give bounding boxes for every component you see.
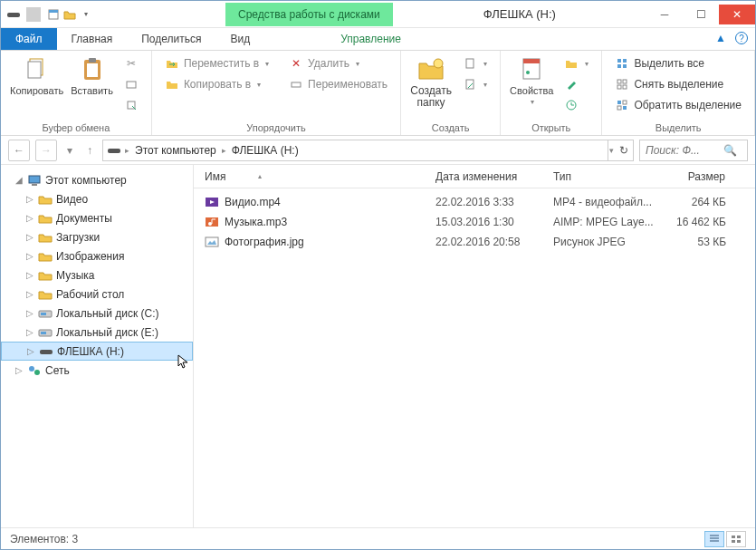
minimize-button[interactable]: ─ bbox=[646, 5, 683, 24]
qat-folder-icon[interactable] bbox=[62, 7, 77, 22]
new-item-icon[interactable]: ▾ bbox=[459, 54, 491, 72]
svg-rect-32 bbox=[32, 184, 37, 186]
item-count-label: Элементов: bbox=[10, 533, 69, 545]
tree-item[interactable]: ▷Документы bbox=[1, 208, 193, 227]
close-button[interactable]: ✕ bbox=[719, 5, 755, 24]
hdd-icon bbox=[38, 306, 53, 321]
folder-icon bbox=[38, 268, 53, 283]
file-name: Фотография.jpg bbox=[225, 236, 304, 248]
tree-item[interactable]: ▷Загрузки bbox=[1, 227, 193, 246]
copy-button[interactable]: Копировать bbox=[10, 54, 63, 96]
qat-properties-icon[interactable] bbox=[46, 7, 61, 22]
tree-item[interactable]: ▷Локальный диск (E:) bbox=[1, 323, 193, 342]
file-type: AIMP: MPEG Laye... bbox=[542, 216, 665, 228]
tree-this-pc[interactable]: ◢ Этот компьютер bbox=[1, 170, 193, 189]
column-name[interactable]: Имя▴ bbox=[194, 170, 425, 183]
column-type[interactable]: Тип bbox=[542, 170, 665, 183]
ribbon-tabs: Файл Главная Поделиться Вид Управление ▲… bbox=[1, 28, 755, 51]
address-dropdown[interactable]: ▾ bbox=[609, 146, 614, 155]
search-icon[interactable]: 🔍 bbox=[723, 144, 737, 157]
svg-rect-4 bbox=[28, 62, 41, 78]
file-row[interactable]: Видио.mp422.02.2016 3:33MP4 - видеофайл.… bbox=[194, 192, 755, 212]
network-icon bbox=[27, 363, 42, 378]
tree-item[interactable]: ▷ФЛЕШКА (H:) bbox=[1, 342, 193, 361]
context-tab-disk-tools[interactable]: Средства работы с дисками bbox=[225, 3, 393, 26]
file-row[interactable]: Фотография.jpg22.02.2016 20:58Рисунок JP… bbox=[194, 232, 755, 252]
svg-rect-45 bbox=[737, 536, 741, 538]
tree-item[interactable]: ▷Рабочий стол bbox=[1, 285, 193, 304]
tree-item-label: Локальный диск (E:) bbox=[56, 326, 158, 339]
view-details-button[interactable] bbox=[704, 531, 724, 547]
address-bar[interactable]: ▸ Этот компьютер ▸ ФЛЕШКА (H:) ▾↻ bbox=[102, 140, 634, 161]
tree-network[interactable]: ▷ Сеть bbox=[1, 361, 193, 380]
svg-rect-31 bbox=[29, 176, 40, 183]
easy-access-icon[interactable]: ▾ bbox=[459, 75, 491, 93]
select-all-button[interactable]: Выделить все bbox=[611, 54, 745, 72]
svg-rect-0 bbox=[7, 13, 20, 17]
tree-item[interactable]: ▷Музыка bbox=[1, 265, 193, 285]
ribbon-collapse-icon[interactable]: ▲ bbox=[715, 32, 726, 44]
recent-locations-button[interactable]: ▾ bbox=[62, 140, 77, 161]
svg-rect-25 bbox=[623, 85, 627, 89]
tab-manage[interactable]: Управление bbox=[326, 28, 416, 50]
tab-home[interactable]: Главная bbox=[57, 28, 128, 50]
ribbon-group-organize: Переместить в▾ Копировать в▾ ✕Удалить▾ П… bbox=[152, 51, 401, 135]
svg-point-16 bbox=[526, 71, 530, 74]
svg-rect-13 bbox=[466, 80, 474, 89]
properties-button[interactable]: Свойства▾ bbox=[510, 54, 553, 106]
navigation-tree[interactable]: ◢ Этот компьютер ▷Видео▷Документы▷Загруз… bbox=[1, 165, 194, 527]
history-icon[interactable] bbox=[560, 96, 592, 114]
breadcrumb-current[interactable]: ФЛЕШКА (H:) bbox=[230, 144, 301, 157]
svg-rect-24 bbox=[617, 85, 621, 89]
up-button[interactable]: ↑ bbox=[82, 140, 97, 161]
view-icons-button[interactable] bbox=[726, 531, 746, 547]
tree-item-label: Рабочий стол bbox=[56, 288, 124, 301]
qat-dropdown[interactable]: ▾ bbox=[79, 7, 93, 22]
file-row[interactable]: Музыка.mp315.03.2016 1:30AIMP: MPEG Laye… bbox=[194, 212, 755, 232]
folder-icon bbox=[38, 192, 53, 207]
tree-item[interactable]: ▷Локальный диск (C:) bbox=[1, 304, 193, 323]
delete-button[interactable]: ✕Удалить▾ bbox=[285, 54, 391, 72]
search-input[interactable] bbox=[646, 144, 718, 157]
column-size[interactable]: Размер bbox=[665, 170, 737, 183]
paste-button[interactable]: Вставить bbox=[71, 54, 113, 96]
svg-rect-44 bbox=[732, 536, 735, 538]
select-none-button[interactable]: Снять выделение bbox=[611, 75, 745, 93]
help-icon[interactable]: ? bbox=[735, 32, 748, 44]
refresh-button[interactable]: ↻ bbox=[619, 144, 628, 157]
copy-path-icon[interactable] bbox=[120, 75, 142, 93]
column-headers[interactable]: Имя▴ Дата изменения Тип Размер bbox=[194, 165, 755, 188]
column-date[interactable]: Дата изменения bbox=[425, 170, 542, 183]
open-icon[interactable]: ▾ bbox=[560, 54, 592, 72]
svg-rect-23 bbox=[623, 80, 627, 83]
tree-item[interactable]: ▷Видео bbox=[1, 189, 193, 208]
svg-rect-2 bbox=[49, 10, 58, 13]
invert-selection-button[interactable]: Обратить выделение bbox=[611, 96, 745, 114]
status-bar: Элементов: 3 bbox=[1, 527, 755, 549]
tab-file[interactable]: Файл bbox=[1, 28, 57, 50]
maximize-button[interactable]: ☐ bbox=[683, 5, 719, 24]
new-folder-button[interactable]: Создатьпапку bbox=[410, 54, 452, 109]
tab-share[interactable]: Поделиться bbox=[127, 28, 215, 50]
back-button[interactable]: ← bbox=[8, 140, 30, 161]
move-to-button[interactable]: Переместить в▾ bbox=[161, 54, 273, 72]
edit-icon[interactable] bbox=[560, 75, 592, 93]
copy-to-button[interactable]: Копировать в▾ bbox=[161, 75, 273, 93]
ribbon-group-select: Выделить все Снять выделение Обратить вы… bbox=[602, 51, 755, 135]
file-date: 15.03.2016 1:30 bbox=[425, 216, 542, 228]
computer-icon bbox=[27, 173, 42, 188]
rename-button[interactable]: Переименовать bbox=[285, 75, 391, 93]
tree-item-label: ФЛЕШКА (H:) bbox=[57, 345, 124, 358]
svg-rect-15 bbox=[523, 59, 540, 63]
ribbon-group-open: Свойства▾ ▾ Открыть bbox=[501, 51, 602, 135]
breadcrumb-root[interactable]: Этот компьютер bbox=[133, 144, 218, 157]
forward-button[interactable]: → bbox=[35, 140, 57, 161]
file-size: 53 КБ bbox=[665, 236, 737, 248]
tab-view[interactable]: Вид bbox=[215, 28, 264, 50]
search-box[interactable]: 🔍 bbox=[639, 140, 748, 161]
cut-icon[interactable]: ✂ bbox=[120, 54, 142, 72]
folder-icon bbox=[38, 230, 53, 245]
tree-item[interactable]: ▷Изображения bbox=[1, 246, 193, 265]
drive-icon bbox=[107, 146, 121, 155]
paste-shortcut-icon[interactable] bbox=[120, 96, 142, 114]
